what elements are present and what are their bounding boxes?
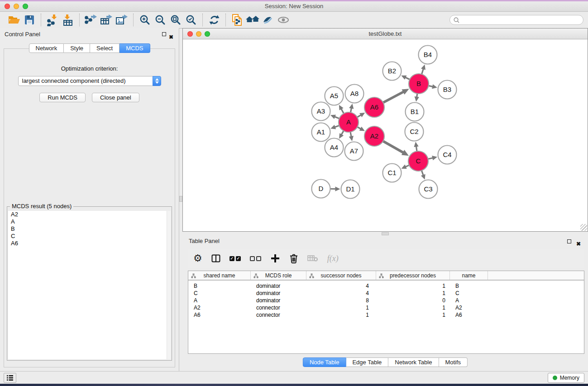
table-row[interactable]: Cdominator41C bbox=[188, 290, 584, 297]
network-minimize-button[interactable] bbox=[196, 31, 201, 37]
table-cell[interactable]: 1 bbox=[306, 311, 376, 319]
open-session-button[interactable] bbox=[6, 13, 22, 27]
tab-style[interactable]: Style bbox=[64, 43, 90, 53]
table-cell[interactable]: C bbox=[450, 290, 488, 297]
graph-node-A3[interactable]: A3 bbox=[312, 102, 330, 121]
zoom-out-button[interactable] bbox=[153, 13, 168, 27]
table-cell[interactable]: A2 bbox=[450, 304, 488, 311]
mcds-result-item[interactable]: B bbox=[8, 225, 171, 233]
column-header-predecessor-nodes[interactable]: predecessor nodes bbox=[376, 271, 450, 280]
table-cell[interactable]: A bbox=[188, 297, 251, 304]
select-all-button[interactable]: ✓ ✓ bbox=[229, 256, 241, 261]
table-cell[interactable]: 1 bbox=[376, 282, 450, 290]
graph-node-D[interactable]: D bbox=[312, 180, 330, 198]
graph-node-A1[interactable]: A1 bbox=[312, 123, 330, 142]
mcds-result-item[interactable]: A6 bbox=[8, 240, 171, 247]
window-resize-grip[interactable] bbox=[580, 224, 587, 231]
save-session-button[interactable] bbox=[22, 13, 37, 27]
graph-node-A8[interactable]: A8 bbox=[345, 85, 364, 103]
table-cell[interactable]: connector bbox=[251, 311, 306, 319]
table-cell[interactable]: 1 bbox=[306, 304, 376, 311]
column-header-name[interactable]: name bbox=[450, 271, 488, 280]
graph-node-C3[interactable]: C3 bbox=[419, 180, 438, 199]
export-network-button[interactable] bbox=[83, 13, 99, 27]
gear-button[interactable]: ⚙ bbox=[193, 253, 202, 263]
close-panel-icon[interactable]: ✖ bbox=[169, 31, 173, 43]
column-header-mcds-role[interactable]: MCDS role bbox=[251, 271, 306, 280]
table-cell[interactable]: 8 bbox=[306, 297, 376, 304]
deselect-all-button[interactable] bbox=[250, 256, 261, 261]
zoom-fit-button[interactable] bbox=[168, 13, 183, 27]
home-networks-button[interactable] bbox=[245, 13, 260, 27]
tab-network-table[interactable]: Network Table bbox=[388, 357, 439, 367]
table-cell[interactable]: connector bbox=[251, 304, 306, 311]
mcds-result-item[interactable]: A2 bbox=[8, 211, 171, 218]
graph-node-A[interactable]: A bbox=[339, 112, 359, 132]
table-row[interactable]: Bdominator41B bbox=[188, 282, 584, 290]
graph-node-A2[interactable]: A2 bbox=[364, 126, 384, 146]
network-window-titlebar[interactable]: testGlobe.txt bbox=[183, 29, 588, 39]
table-cell[interactable]: B bbox=[188, 282, 251, 290]
graph-node-B[interactable]: B bbox=[409, 74, 429, 94]
vertical-divider-handle[interactable] bbox=[179, 196, 182, 202]
graph-node-A7[interactable]: A7 bbox=[345, 142, 363, 161]
horizontal-divider-handle[interactable] bbox=[382, 232, 389, 235]
zoom-window-button[interactable] bbox=[23, 4, 28, 9]
network-canvas[interactable]: B4B2BB3A5A8A6A3AB1A1A2C2A4A7CC4C1C3DD1 bbox=[183, 40, 588, 231]
refresh-button[interactable] bbox=[206, 13, 222, 27]
network-graph[interactable]: B4B2BB3A5A8A6A3AB1A1A2C2A4A7CC4C1C3DD1 bbox=[183, 40, 588, 231]
columns-button[interactable] bbox=[211, 254, 220, 262]
copy-network-button[interactable] bbox=[229, 13, 245, 27]
dropdown-stepper-icon[interactable] bbox=[153, 76, 161, 86]
graph-node-A4[interactable]: A4 bbox=[325, 138, 344, 157]
table-cell[interactable]: 4 bbox=[306, 290, 376, 297]
table-cell[interactable]: 4 bbox=[306, 282, 376, 290]
graph-node-B1[interactable]: B1 bbox=[406, 103, 424, 121]
table-row[interactable]: A2connector11A2 bbox=[188, 304, 584, 311]
import-network-button[interactable] bbox=[45, 13, 60, 27]
show-details-eye-button[interactable] bbox=[276, 13, 291, 27]
network-close-button[interactable] bbox=[187, 31, 193, 37]
float-table-panel-icon[interactable] bbox=[567, 239, 571, 243]
mcds-result-item[interactable]: A bbox=[8, 218, 171, 225]
criterion-dropdown[interactable]: largest connected component (directed) bbox=[18, 76, 161, 86]
column-header-shared-name[interactable]: shared name bbox=[188, 271, 251, 280]
function-builder-button[interactable]: f(x) bbox=[327, 254, 339, 263]
mcds-result-item[interactable]: C bbox=[8, 233, 171, 240]
tab-motifs[interactable]: Motifs bbox=[439, 357, 468, 367]
table-cell[interactable]: A6 bbox=[188, 311, 251, 319]
table-cell[interactable]: dominator bbox=[251, 297, 306, 304]
close-panel-button[interactable]: Close panel bbox=[92, 93, 139, 102]
graph-node-A5[interactable]: A5 bbox=[325, 87, 344, 105]
graph-node-D1[interactable]: D1 bbox=[341, 180, 360, 199]
annotation-eye-button[interactable] bbox=[260, 13, 276, 27]
tab-node-table[interactable]: Node Table bbox=[303, 357, 346, 367]
search-input[interactable] bbox=[462, 17, 583, 23]
graph-node-B4[interactable]: B4 bbox=[419, 46, 437, 64]
tab-mcds[interactable]: MCDS bbox=[120, 43, 150, 53]
delete-table-button[interactable] bbox=[307, 255, 318, 262]
network-zoom-button[interactable] bbox=[205, 31, 210, 37]
float-panel-icon[interactable] bbox=[162, 32, 166, 36]
table-cell[interactable]: dominator bbox=[251, 290, 306, 297]
zoom-in-button[interactable] bbox=[137, 13, 153, 27]
table-cell[interactable]: A6 bbox=[450, 311, 488, 319]
tab-network[interactable]: Network bbox=[29, 43, 64, 53]
graph-node-C[interactable]: C bbox=[408, 151, 428, 171]
graph-node-C2[interactable]: C2 bbox=[405, 123, 424, 141]
import-table-button[interactable] bbox=[60, 13, 76, 27]
table-cell[interactable]: A bbox=[450, 297, 488, 304]
table-cell[interactable]: 1 bbox=[376, 290, 450, 297]
close-table-panel-icon[interactable]: ✖ bbox=[576, 238, 581, 250]
export-image-button[interactable] bbox=[114, 13, 129, 27]
graph-node-C4[interactable]: C4 bbox=[438, 146, 457, 164]
close-window-button[interactable] bbox=[5, 4, 10, 9]
table-cell[interactable]: 1 bbox=[376, 304, 450, 311]
run-mcds-button[interactable]: Run MCDS bbox=[39, 93, 86, 102]
table-cell[interactable]: B bbox=[450, 282, 488, 290]
minimize-window-button[interactable] bbox=[14, 4, 19, 9]
delete-column-button[interactable] bbox=[289, 253, 298, 263]
graph-node-B2[interactable]: B2 bbox=[383, 62, 402, 81]
export-table-button[interactable] bbox=[99, 13, 114, 27]
mcds-result-scrollbar[interactable] bbox=[167, 211, 171, 359]
